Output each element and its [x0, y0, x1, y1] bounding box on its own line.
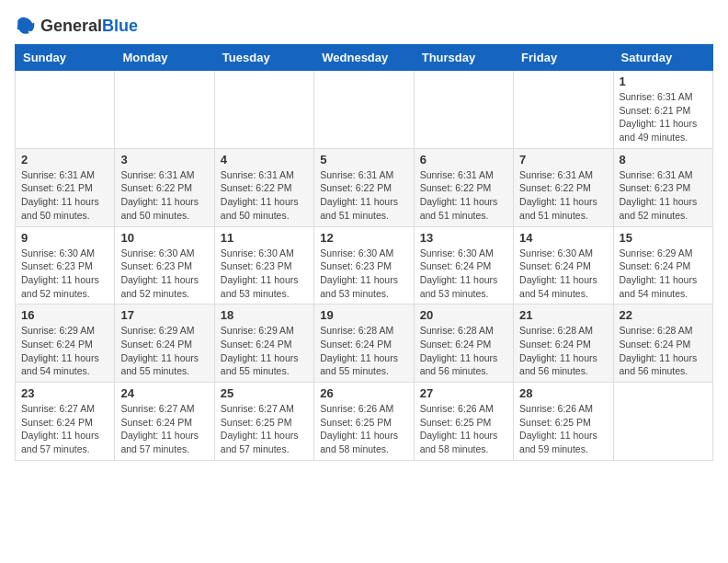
- logo-blue: Blue: [102, 17, 138, 35]
- day-number: 10: [120, 231, 208, 245]
- day-number: 1: [620, 75, 707, 88]
- calendar-day-cell: 13Sunrise: 6:30 AM Sunset: 6:24 PM Dayli…: [414, 226, 513, 304]
- day-number: 2: [21, 153, 108, 167]
- weekday-header-cell: Friday: [514, 45, 613, 71]
- calendar-day-cell: 26Sunrise: 6:26 AM Sunset: 6:25 PM Dayli…: [314, 383, 414, 461]
- calendar-day-cell: 8Sunrise: 6:31 AM Sunset: 6:23 PM Daylig…: [613, 148, 712, 226]
- day-number: 12: [320, 231, 407, 245]
- calendar-day-cell: 21Sunrise: 6:28 AM Sunset: 6:24 PM Dayli…: [514, 304, 613, 383]
- day-number: 26: [320, 386, 407, 400]
- calendar-day-cell: 23Sunrise: 6:27 AM Sunset: 6:24 PM Dayli…: [16, 383, 115, 461]
- day-number: 24: [120, 386, 208, 400]
- calendar-day-cell: 25Sunrise: 6:27 AM Sunset: 6:25 PM Dayli…: [214, 383, 313, 461]
- logo-icon: [15, 15, 37, 37]
- day-info: Sunrise: 6:29 AM Sunset: 6:24 PM Dayligh…: [120, 324, 208, 378]
- calendar-day-cell: 7Sunrise: 6:31 AM Sunset: 6:22 PM Daylig…: [514, 148, 613, 226]
- weekday-header-row: SundayMondayTuesdayWednesdayThursdayFrid…: [16, 45, 713, 71]
- day-info: Sunrise: 6:31 AM Sunset: 6:21 PM Dayligh…: [21, 168, 108, 223]
- day-info: Sunrise: 6:29 AM Sunset: 6:24 PM Dayligh…: [620, 247, 707, 301]
- day-info: Sunrise: 6:29 AM Sunset: 6:24 PM Dayligh…: [21, 324, 108, 378]
- day-number: 14: [519, 231, 607, 245]
- calendar-table: SundayMondayTuesdayWednesdayThursdayFrid…: [15, 44, 713, 461]
- day-number: 27: [420, 386, 507, 400]
- calendar-day-cell: 3Sunrise: 6:31 AM Sunset: 6:22 PM Daylig…: [115, 148, 214, 226]
- calendar-week-row: 1Sunrise: 6:31 AM Sunset: 6:21 PM Daylig…: [16, 71, 713, 149]
- calendar-day-cell: 18Sunrise: 6:29 AM Sunset: 6:24 PM Dayli…: [214, 304, 313, 383]
- weekday-header-cell: Thursday: [414, 45, 513, 71]
- calendar-day-cell: 4Sunrise: 6:31 AM Sunset: 6:22 PM Daylig…: [214, 148, 313, 226]
- calendar-day-cell: 19Sunrise: 6:28 AM Sunset: 6:24 PM Dayli…: [314, 304, 414, 383]
- calendar-day-cell: 11Sunrise: 6:30 AM Sunset: 6:23 PM Dayli…: [214, 226, 313, 304]
- calendar-day-cell: 1Sunrise: 6:31 AM Sunset: 6:21 PM Daylig…: [613, 71, 712, 149]
- day-number: 23: [21, 386, 108, 400]
- calendar-day-cell: 5Sunrise: 6:31 AM Sunset: 6:22 PM Daylig…: [314, 148, 414, 226]
- day-info: Sunrise: 6:27 AM Sunset: 6:24 PM Dayligh…: [21, 402, 108, 456]
- day-info: Sunrise: 6:26 AM Sunset: 6:25 PM Dayligh…: [420, 402, 507, 456]
- day-info: Sunrise: 6:31 AM Sunset: 6:22 PM Dayligh…: [519, 168, 607, 223]
- day-info: Sunrise: 6:31 AM Sunset: 6:23 PM Dayligh…: [620, 168, 707, 223]
- day-number: 3: [120, 153, 208, 167]
- calendar-week-row: 16Sunrise: 6:29 AM Sunset: 6:24 PM Dayli…: [16, 304, 713, 383]
- calendar-week-row: 9Sunrise: 6:30 AM Sunset: 6:23 PM Daylig…: [16, 226, 713, 304]
- calendar-week-row: 2Sunrise: 6:31 AM Sunset: 6:21 PM Daylig…: [16, 148, 713, 226]
- day-info: Sunrise: 6:30 AM Sunset: 6:23 PM Dayligh…: [320, 247, 407, 301]
- day-info: Sunrise: 6:30 AM Sunset: 6:23 PM Dayligh…: [221, 247, 308, 301]
- day-number: 18: [221, 308, 308, 322]
- day-number: 8: [620, 153, 707, 167]
- day-number: 4: [221, 153, 308, 167]
- calendar-day-cell: [115, 71, 214, 149]
- day-info: Sunrise: 6:27 AM Sunset: 6:25 PM Dayligh…: [221, 402, 308, 456]
- calendar-day-cell: 20Sunrise: 6:28 AM Sunset: 6:24 PM Dayli…: [414, 304, 513, 383]
- calendar-day-cell: 22Sunrise: 6:28 AM Sunset: 6:24 PM Dayli…: [613, 304, 712, 383]
- calendar-day-cell: 12Sunrise: 6:30 AM Sunset: 6:23 PM Dayli…: [314, 226, 414, 304]
- day-number: 17: [120, 308, 208, 322]
- day-number: 9: [21, 231, 108, 245]
- calendar-day-cell: 2Sunrise: 6:31 AM Sunset: 6:21 PM Daylig…: [16, 148, 115, 226]
- day-info: Sunrise: 6:29 AM Sunset: 6:24 PM Dayligh…: [221, 324, 308, 378]
- calendar-day-cell: [214, 71, 313, 149]
- day-info: Sunrise: 6:26 AM Sunset: 6:25 PM Dayligh…: [519, 402, 607, 456]
- day-info: Sunrise: 6:31 AM Sunset: 6:22 PM Dayligh…: [420, 168, 507, 223]
- weekday-header-cell: Monday: [115, 45, 214, 71]
- calendar-day-cell: 17Sunrise: 6:29 AM Sunset: 6:24 PM Dayli…: [115, 304, 214, 383]
- logo-general: General: [40, 17, 102, 35]
- calendar-day-cell: 27Sunrise: 6:26 AM Sunset: 6:25 PM Dayli…: [414, 383, 513, 461]
- day-info: Sunrise: 6:28 AM Sunset: 6:24 PM Dayligh…: [620, 324, 707, 378]
- calendar-day-cell: [414, 71, 513, 149]
- calendar-day-cell: 9Sunrise: 6:30 AM Sunset: 6:23 PM Daylig…: [16, 226, 115, 304]
- day-number: 20: [420, 308, 507, 322]
- day-info: Sunrise: 6:28 AM Sunset: 6:24 PM Dayligh…: [320, 324, 407, 378]
- calendar-week-row: 23Sunrise: 6:27 AM Sunset: 6:24 PM Dayli…: [16, 383, 713, 461]
- day-number: 11: [221, 231, 308, 245]
- calendar-day-cell: 6Sunrise: 6:31 AM Sunset: 6:22 PM Daylig…: [414, 148, 513, 226]
- header: GeneralBlue: [15, 15, 713, 37]
- day-number: 16: [21, 308, 108, 322]
- day-number: 7: [519, 153, 607, 167]
- logo: GeneralBlue: [15, 15, 138, 37]
- calendar-day-cell: 15Sunrise: 6:29 AM Sunset: 6:24 PM Dayli…: [613, 226, 712, 304]
- day-info: Sunrise: 6:28 AM Sunset: 6:24 PM Dayligh…: [519, 324, 607, 378]
- weekday-header-cell: Tuesday: [214, 45, 313, 71]
- weekday-header-cell: Sunday: [16, 45, 115, 71]
- day-number: 19: [320, 308, 407, 322]
- day-info: Sunrise: 6:31 AM Sunset: 6:22 PM Dayligh…: [320, 168, 407, 223]
- day-info: Sunrise: 6:28 AM Sunset: 6:24 PM Dayligh…: [420, 324, 507, 378]
- calendar-day-cell: [514, 71, 613, 149]
- day-info: Sunrise: 6:31 AM Sunset: 6:22 PM Dayligh…: [120, 168, 208, 223]
- day-number: 25: [221, 386, 308, 400]
- weekday-header-cell: Wednesday: [314, 45, 414, 71]
- day-info: Sunrise: 6:26 AM Sunset: 6:25 PM Dayligh…: [320, 402, 407, 456]
- day-info: Sunrise: 6:30 AM Sunset: 6:24 PM Dayligh…: [420, 247, 507, 301]
- day-number: 13: [420, 231, 507, 245]
- calendar-day-cell: 28Sunrise: 6:26 AM Sunset: 6:25 PM Dayli…: [514, 383, 613, 461]
- calendar-body: 1Sunrise: 6:31 AM Sunset: 6:21 PM Daylig…: [16, 71, 713, 461]
- day-number: 28: [519, 386, 607, 400]
- calendar-day-cell: 16Sunrise: 6:29 AM Sunset: 6:24 PM Dayli…: [16, 304, 115, 383]
- day-number: 5: [320, 153, 407, 167]
- day-info: Sunrise: 6:31 AM Sunset: 6:22 PM Dayligh…: [221, 168, 308, 223]
- calendar-day-cell: [16, 71, 115, 149]
- calendar-day-cell: 10Sunrise: 6:30 AM Sunset: 6:23 PM Dayli…: [115, 226, 214, 304]
- calendar-day-cell: 24Sunrise: 6:27 AM Sunset: 6:24 PM Dayli…: [115, 383, 214, 461]
- weekday-header-cell: Saturday: [613, 45, 712, 71]
- day-info: Sunrise: 6:27 AM Sunset: 6:24 PM Dayligh…: [120, 402, 208, 456]
